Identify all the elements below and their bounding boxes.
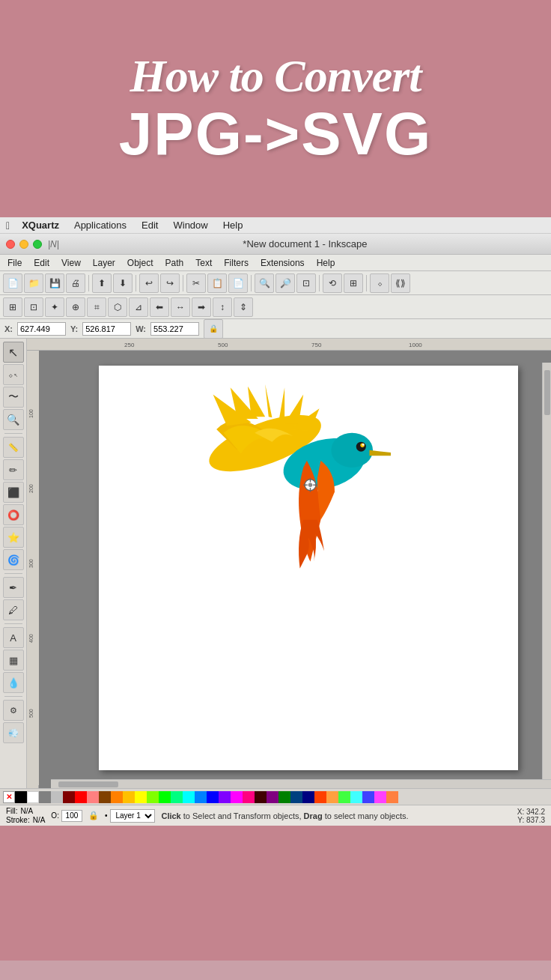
cut-button[interactable]: ✂ bbox=[186, 273, 206, 293]
transform-button[interactable]: ⟲ bbox=[323, 273, 342, 293]
menu-file[interactable]: File bbox=[4, 256, 25, 270]
dist-btn-2[interactable]: ⇕ bbox=[234, 297, 253, 317]
minimize-button[interactable] bbox=[19, 240, 28, 249]
export-button[interactable]: ⬇ bbox=[113, 273, 133, 293]
menu-filters[interactable]: Filters bbox=[221, 256, 252, 270]
color-navy[interactable] bbox=[302, 791, 314, 803]
color-red[interactable] bbox=[75, 791, 87, 803]
menu-applications[interactable]: Applications bbox=[71, 220, 130, 231]
color-darkred[interactable] bbox=[63, 791, 75, 803]
snap-btn-2[interactable]: ⊡ bbox=[24, 297, 43, 317]
menu-xquartz[interactable]: XQuartz bbox=[19, 220, 62, 231]
w-input[interactable] bbox=[150, 322, 199, 336]
color-palegreen[interactable] bbox=[338, 791, 350, 803]
zoom-in-button[interactable]: 🔍 bbox=[255, 273, 274, 293]
undo-button[interactable]: ↩ bbox=[139, 273, 159, 293]
measure-tool[interactable]: 📏 bbox=[3, 437, 24, 458]
maximize-button[interactable] bbox=[33, 240, 42, 249]
close-button[interactable] bbox=[6, 240, 15, 249]
menu-help-ink[interactable]: Help bbox=[314, 256, 338, 270]
color-tan[interactable] bbox=[326, 791, 338, 803]
snap-btn-6[interactable]: ⬡ bbox=[108, 297, 127, 317]
menu-extensions[interactable]: Extensions bbox=[258, 256, 308, 270]
snap-btn-5[interactable]: ⌗ bbox=[87, 297, 106, 317]
snap-btn-1[interactable]: ⊞ bbox=[3, 297, 22, 317]
align-right-btn[interactable]: ➡ bbox=[192, 297, 211, 317]
color-orchid[interactable] bbox=[374, 791, 386, 803]
dist-btn-1[interactable]: ↕ bbox=[213, 297, 232, 317]
spiral-tool[interactable]: 🌀 bbox=[3, 549, 24, 570]
color-periwinkle[interactable] bbox=[362, 791, 374, 803]
ellipse-tool[interactable]: ⭕ bbox=[3, 504, 24, 525]
scrollbar-horizontal[interactable] bbox=[51, 779, 551, 788]
snap-btn-7[interactable]: ⊿ bbox=[129, 297, 148, 317]
menu-window[interactable]: Window bbox=[170, 220, 210, 231]
color-skyblue[interactable] bbox=[195, 791, 207, 803]
new-button[interactable]: 📄 bbox=[3, 273, 22, 293]
color-lightred[interactable] bbox=[87, 791, 99, 803]
scroll-thumb-h[interactable] bbox=[58, 781, 118, 787]
layer-dropdown[interactable]: Layer 1 bbox=[110, 809, 155, 823]
pencil-tool[interactable]: ✏ bbox=[3, 459, 24, 480]
color-purple[interactable] bbox=[219, 791, 231, 803]
open-button[interactable]: 📁 bbox=[24, 273, 43, 293]
save-button[interactable]: 💾 bbox=[45, 273, 64, 293]
color-blue[interactable] bbox=[207, 791, 219, 803]
paste-button[interactable]: 📄 bbox=[228, 273, 248, 293]
align-button[interactable]: ⊞ bbox=[344, 273, 363, 293]
menu-edit-ink[interactable]: Edit bbox=[31, 256, 52, 270]
color-maroon[interactable] bbox=[255, 791, 267, 803]
color-silver[interactable] bbox=[51, 791, 63, 803]
color-magenta[interactable] bbox=[231, 791, 243, 803]
align-center-btn[interactable]: ↔ bbox=[171, 297, 190, 317]
align-left-btn[interactable]: ⬅ bbox=[150, 297, 169, 317]
redo-button[interactable]: ↪ bbox=[160, 273, 180, 293]
copy-button[interactable]: 📋 bbox=[207, 273, 227, 293]
color-gold[interactable] bbox=[123, 791, 135, 803]
color-cyan[interactable] bbox=[183, 791, 195, 803]
import-button[interactable]: ⬆ bbox=[92, 273, 112, 293]
color-vermilion[interactable] bbox=[314, 791, 326, 803]
tweak-tool[interactable]: 〜 bbox=[3, 387, 24, 408]
menu-object[interactable]: Object bbox=[124, 256, 156, 270]
menu-text[interactable]: Text bbox=[192, 256, 215, 270]
select-tool[interactable]: ↖ bbox=[3, 342, 24, 363]
menu-view[interactable]: View bbox=[58, 256, 84, 270]
color-darkgreen[interactable] bbox=[278, 791, 290, 803]
scrollbar-vertical[interactable] bbox=[542, 363, 551, 779]
xml-editor-button[interactable]: ⟪⟫ bbox=[391, 273, 410, 293]
gradient-tool[interactable]: ▦ bbox=[3, 650, 24, 671]
color-white[interactable] bbox=[27, 791, 39, 803]
color-brown[interactable] bbox=[99, 791, 111, 803]
color-peach[interactable] bbox=[386, 791, 398, 803]
color-orange[interactable] bbox=[111, 791, 123, 803]
star-tool[interactable]: ⭐ bbox=[3, 527, 24, 548]
y-input[interactable] bbox=[82, 322, 131, 336]
color-lime[interactable] bbox=[147, 791, 159, 803]
rect-tool[interactable]: ⬛ bbox=[3, 482, 24, 503]
zoom-out-button[interactable]: 🔎 bbox=[276, 273, 295, 293]
calligraphy-tool[interactable]: 🖊 bbox=[3, 599, 24, 620]
menu-help[interactable]: Help bbox=[220, 220, 246, 231]
color-gray[interactable] bbox=[39, 791, 51, 803]
color-violet[interactable] bbox=[267, 791, 278, 803]
canvas-area[interactable]: 250 500 750 1000 100 200 300 400 500 bbox=[27, 339, 551, 788]
spray-tool[interactable]: 💨 bbox=[3, 722, 24, 743]
color-mint[interactable] bbox=[171, 791, 183, 803]
canvas-container[interactable] bbox=[39, 351, 551, 788]
scroll-thumb-v[interactable] bbox=[544, 370, 550, 415]
color-pink[interactable] bbox=[243, 791, 255, 803]
print-button[interactable]: 🖨 bbox=[66, 273, 85, 293]
menu-layer[interactable]: Layer bbox=[90, 256, 118, 270]
color-green[interactable] bbox=[159, 791, 171, 803]
connector-tool[interactable]: ⚙ bbox=[3, 700, 24, 721]
snap-btn-3[interactable]: ✦ bbox=[45, 297, 64, 317]
menu-edit[interactable]: Edit bbox=[138, 220, 161, 231]
zoom-tool[interactable]: 🔍 bbox=[3, 409, 24, 430]
opacity-input[interactable] bbox=[61, 810, 82, 822]
color-paleblue[interactable] bbox=[350, 791, 362, 803]
apple-icon[interactable]:  bbox=[6, 220, 10, 232]
menu-path[interactable]: Path bbox=[162, 256, 187, 270]
snap-btn-4[interactable]: ⊕ bbox=[66, 297, 85, 317]
zoom-fit-button[interactable]: ⊡ bbox=[296, 273, 316, 293]
